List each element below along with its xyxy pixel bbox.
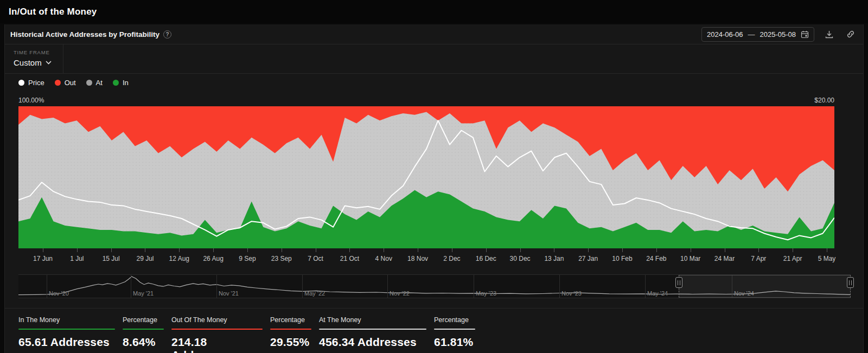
price-dot-icon (18, 80, 24, 86)
date-separator: — (748, 30, 755, 38)
navigator-left-handle[interactable] (675, 277, 682, 288)
stat-accent-bar (123, 329, 164, 330)
x-axis-tick (349, 248, 350, 252)
x-axis-label: 24 Mar (714, 255, 735, 262)
out-dot-icon (55, 80, 61, 86)
x-axis-tick (247, 248, 248, 252)
navigator-plot: Nov '20May '21Nov '21May '22Nov '22May '… (18, 274, 851, 298)
x-axis-tick (282, 248, 282, 252)
x-axis-label: 1 Jul (70, 255, 84, 262)
x-axis-label: 7 Oct (308, 255, 323, 262)
x-axis-label: 17 Jun (33, 255, 53, 262)
x-axis-tick (77, 248, 78, 252)
x-axis-tick (725, 248, 725, 252)
x-axis-tick (213, 248, 214, 252)
legend-label: Price (28, 79, 44, 87)
x-axis-tick (656, 248, 657, 252)
x-axis-tick (384, 248, 384, 252)
chevron-down-icon (46, 61, 52, 65)
stat-accent-bar (319, 329, 426, 330)
x-axis-label: 10 Feb (612, 255, 632, 262)
chart-legend: PriceOutAtIn (5, 74, 863, 91)
navigator-gridline (559, 275, 560, 298)
x-axis-label: 21 Oct (340, 255, 359, 262)
chart-panel: Historical Active Addresses by Profitabi… (4, 24, 864, 353)
download-icon (825, 30, 834, 39)
legend-label: In (123, 79, 129, 87)
download-button[interactable] (822, 27, 836, 41)
x-axis-tick (758, 248, 759, 252)
chart-area: 100.00% $20.00 17 Jun1 Jul15 Jul29 Jul12… (18, 97, 834, 267)
x-axis-label: 18 Nov (407, 255, 428, 262)
profitability-stacked-chart[interactable] (18, 106, 834, 248)
x-axis-tick (111, 248, 112, 252)
question-circle-icon[interactable]: ? (163, 30, 171, 38)
navigator-label: May '24 (647, 290, 668, 297)
in-dot-icon (113, 80, 119, 86)
x-axis-label: 21 Apr (783, 255, 802, 262)
stats-row: In The Money 65.61 Addresses Percentage … (5, 308, 863, 353)
navigator-gridline (474, 275, 474, 298)
stat-at-percentage: Percentage 61.81% (434, 316, 475, 353)
x-axis-label: 30 Dec (510, 255, 531, 262)
navigator-gridline (47, 275, 47, 298)
x-axis-label: 23 Sep (271, 255, 292, 262)
page-header: In/Out of the Money (0, 0, 868, 23)
legend-label: At (96, 79, 103, 87)
navigator-label: Nov '20 (49, 290, 69, 297)
stat-accent-bar (171, 329, 263, 330)
x-axis-label: 4 Nov (375, 255, 392, 262)
x-axis-tick (145, 248, 145, 252)
x-axis-tick (793, 248, 793, 252)
stat-out-of-the-money: Out Of The Money 214.18 Addresses (171, 316, 263, 353)
y-axis-right-max-label: $20.00 (814, 97, 834, 106)
x-axis-tick (316, 248, 316, 252)
copy-link-button[interactable] (844, 27, 858, 41)
x-axis-label: 15 Jul (103, 255, 120, 262)
x-axis-label: 29 Jul (136, 255, 154, 262)
date-end: 2025-05-08 (760, 30, 796, 38)
stat-accent-bar (18, 329, 115, 330)
stat-out-percentage: Percentage 29.55% (270, 316, 311, 353)
x-axis-tick (520, 248, 521, 252)
legend-item-out[interactable]: Out (55, 79, 76, 87)
timeframe-label: TIME FRAME (14, 49, 63, 55)
x-axis-label: 27 Jan (578, 255, 598, 262)
navigator-right-handle[interactable] (847, 277, 854, 288)
navigator-label: Nov '21 (219, 290, 239, 297)
timeframe-value: Custom (14, 58, 42, 67)
timeframe-dropdown[interactable]: TIME FRAME Custom (5, 44, 63, 73)
x-axis-label: 2 Dec (443, 255, 460, 262)
stat-in-the-money: In The Money 65.61 Addresses (18, 316, 115, 353)
navigator-gridline (645, 275, 646, 298)
stat-in-percentage: Percentage 8.64% (123, 316, 164, 353)
timeframe-row: TIME FRAME Custom (5, 44, 863, 74)
date-range-picker[interactable]: 2024-06-06 — 2025-05-08 (701, 27, 814, 42)
navigator-label: Nov '23 (561, 290, 582, 297)
x-axis-label: 5 May (818, 255, 836, 262)
x-axis-label: 12 Aug (169, 255, 189, 262)
x-axis-tick (179, 248, 180, 252)
x-axis-tick (486, 248, 487, 252)
panel-header: Historical Active Addresses by Profitabi… (5, 24, 863, 44)
navigator-gridline (216, 275, 217, 298)
navigator-gridline (387, 275, 388, 298)
legend-item-price[interactable]: Price (18, 79, 44, 87)
stat-accent-bar (270, 329, 311, 330)
calendar-icon (801, 30, 809, 38)
x-axis-label: 16 Dec (476, 255, 496, 262)
navigator-label: May '23 (476, 290, 496, 297)
link-icon (846, 29, 856, 39)
x-axis: 17 Jun1 Jul15 Jul29 Jul12 Aug26 Aug9 Sep… (18, 248, 834, 267)
grip-icon (678, 280, 680, 285)
stat-accent-bar (434, 329, 475, 330)
x-axis-tick (452, 248, 452, 252)
legend-label: Out (65, 79, 76, 87)
legend-item-at[interactable]: At (86, 79, 103, 87)
chart-navigator[interactable]: Nov '20May '21Nov '21May '22Nov '22May '… (18, 274, 851, 298)
x-axis-label: 9 Sep (239, 255, 256, 262)
navigator-selection[interactable] (679, 275, 851, 298)
legend-item-in[interactable]: In (113, 79, 129, 87)
x-axis-tick (418, 248, 418, 252)
x-axis-tick (43, 248, 43, 252)
